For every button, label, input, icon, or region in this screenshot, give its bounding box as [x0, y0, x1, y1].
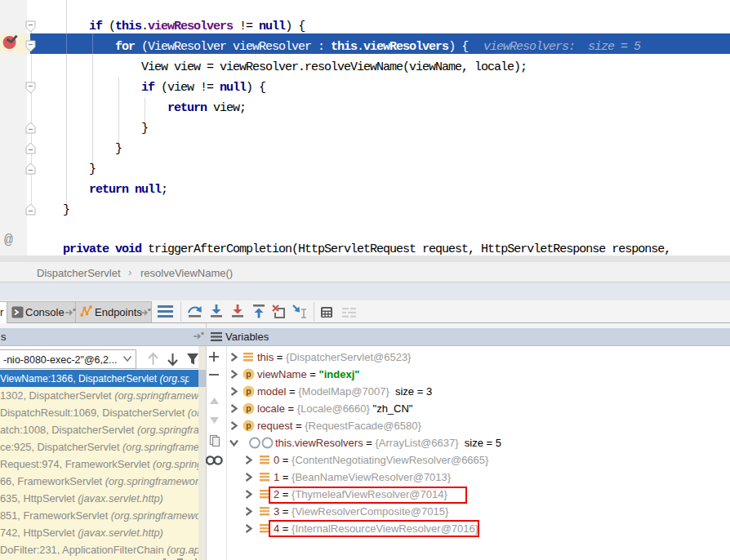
svg-text:p: p	[246, 403, 251, 413]
svg-text:p: p	[246, 386, 251, 396]
svg-text:p: p	[246, 420, 251, 430]
svg-text:p: p	[246, 369, 251, 379]
